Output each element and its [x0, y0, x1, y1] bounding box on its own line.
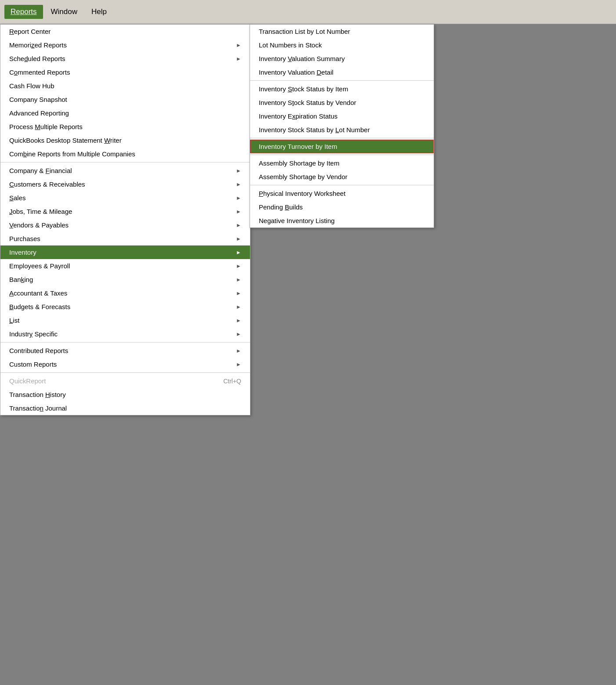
submenu-item-inventory-valuation-detail[interactable]: Inventory Valuation Detail	[250, 65, 434, 79]
menu-item-scheduled-reports[interactable]: Scheduled Reports ►	[0, 52, 250, 65]
submenu-item-inventory-expiration-status[interactable]: Inventory Expiration Status	[250, 109, 434, 123]
menu-item-advanced-reporting[interactable]: Advanced Reporting	[0, 106, 250, 120]
submenu-item-pending-builds[interactable]: Pending Builds	[250, 200, 434, 214]
menu-item-inventory[interactable]: Inventory ►	[0, 245, 250, 259]
submenu-item-inventory-turnover-item[interactable]: Inventory Turnover by Item	[250, 140, 434, 153]
arrow-icon: ►	[236, 361, 241, 368]
reports-dropdown: Report Center Memorized Reports ► Schedu…	[0, 24, 250, 415]
arrow-icon: ►	[236, 236, 241, 242]
arrow-icon: ►	[236, 277, 241, 283]
menu-item-qb-statement[interactable]: QuickBooks Desktop Statement Writer	[0, 133, 250, 147]
menu-item-customers-receivables[interactable]: Customers & Receivables ►	[0, 177, 250, 191]
submenu-divider-4	[250, 185, 434, 185]
arrow-icon: ►	[236, 56, 241, 62]
divider-1	[0, 162, 250, 162]
arrow-icon: ►	[236, 209, 241, 215]
arrow-icon: ►	[236, 317, 241, 324]
arrow-icon: ►	[236, 42, 241, 48]
menu-item-company-financial[interactable]: Company & Financial ►	[0, 164, 250, 177]
reports-label: Reports	[11, 7, 37, 16]
window-label: Window	[51, 7, 77, 16]
menu-item-transaction-history[interactable]: Transaction History	[0, 388, 250, 401]
menu-item-employees-payroll[interactable]: Employees & Payroll ►	[0, 259, 250, 273]
menu-item-budgets-forecasts[interactable]: Budgets & Forecasts ►	[0, 300, 250, 314]
menu-item-sales[interactable]: Sales ►	[0, 191, 250, 205]
menu-item-process-multiple[interactable]: Process Multiple Reports	[0, 120, 250, 133]
divider-2	[0, 342, 250, 342]
arrow-icon: ►	[236, 348, 241, 354]
menu-item-commented-reports[interactable]: Commented Reports	[0, 65, 250, 79]
menu-item-report-center[interactable]: Report Center	[0, 25, 250, 38]
menu-item-cash-flow-hub[interactable]: Cash Flow Hub	[0, 79, 250, 93]
menu-window[interactable]: Window	[45, 5, 83, 19]
menu-item-accountant-taxes[interactable]: Accountant & Taxes ►	[0, 286, 250, 300]
inventory-submenu: Transaction List by Lot Number Lot Numbe…	[250, 24, 434, 228]
menu-item-quickreport: QuickReport Ctrl+Q	[0, 374, 250, 388]
menu-item-custom-reports[interactable]: Custom Reports ►	[0, 357, 250, 371]
submenu-divider-2	[250, 138, 434, 138]
menu-reports[interactable]: Reports	[4, 5, 43, 19]
menu-item-combine-reports[interactable]: Combine Reports from Multiple Companies	[0, 147, 250, 161]
arrow-icon: ►	[236, 222, 241, 228]
menu-item-industry-specific[interactable]: Industry Specific ►	[0, 327, 250, 341]
menu-item-transaction-journal[interactable]: Transaction Journal	[0, 401, 250, 415]
submenu-item-inventory-stock-status-lot[interactable]: Inventory Stock Status by Lot Number	[250, 123, 434, 137]
menu-help[interactable]: Help	[85, 5, 113, 19]
arrow-icon: ►	[236, 249, 241, 256]
help-label: Help	[91, 7, 107, 16]
menu-item-memorized-reports[interactable]: Memorized Reports ►	[0, 38, 250, 52]
arrow-icon: ►	[236, 181, 241, 187]
arrow-icon: ►	[236, 290, 241, 296]
menu-bar: Reports Window Help	[0, 0, 616, 24]
submenu-item-inventory-stock-status-item[interactable]: Inventory Stock Status by Item	[250, 82, 434, 96]
menu-item-vendors-payables[interactable]: Vendors & Payables ►	[0, 218, 250, 232]
arrow-icon: ►	[236, 331, 241, 337]
submenu-item-inventory-valuation-summary[interactable]: Inventory Valuation Summary	[250, 52, 434, 65]
arrow-icon: ►	[236, 168, 241, 174]
submenu-item-lot-numbers-stock[interactable]: Lot Numbers in Stock	[250, 38, 434, 52]
submenu-item-assembly-shortage-vendor[interactable]: Assembly Shortage by Vendor	[250, 170, 434, 184]
submenu-item-inventory-stock-status-vendor[interactable]: Inventory Stock Status by Vendor	[250, 96, 434, 109]
submenu-item-physical-inventory-worksheet[interactable]: Physical Inventory Worksheet	[250, 187, 434, 200]
divider-3	[0, 372, 250, 373]
menu-item-banking[interactable]: Banking ►	[0, 273, 250, 286]
submenu-item-negative-inventory-listing[interactable]: Negative Inventory Listing	[250, 214, 434, 227]
submenu-divider-3	[250, 155, 434, 155]
menu-item-company-snapshot[interactable]: Company Snapshot	[0, 93, 250, 106]
submenu-divider-1	[250, 80, 434, 81]
submenu-item-assembly-shortage-item[interactable]: Assembly Shortage by Item	[250, 156, 434, 170]
shortcut-label: Ctrl+Q	[223, 378, 241, 385]
arrow-icon: ►	[236, 195, 241, 201]
menu-item-contributed-reports[interactable]: Contributed Reports ►	[0, 344, 250, 357]
arrow-icon: ►	[236, 304, 241, 310]
menu-item-purchases[interactable]: Purchases ►	[0, 232, 250, 245]
arrow-icon: ►	[236, 263, 241, 269]
submenu-item-transaction-list-lot[interactable]: Transaction List by Lot Number	[250, 25, 434, 38]
menu-item-jobs-time-mileage[interactable]: Jobs, Time & Mileage ►	[0, 205, 250, 218]
menu-item-list[interactable]: List ►	[0, 314, 250, 327]
